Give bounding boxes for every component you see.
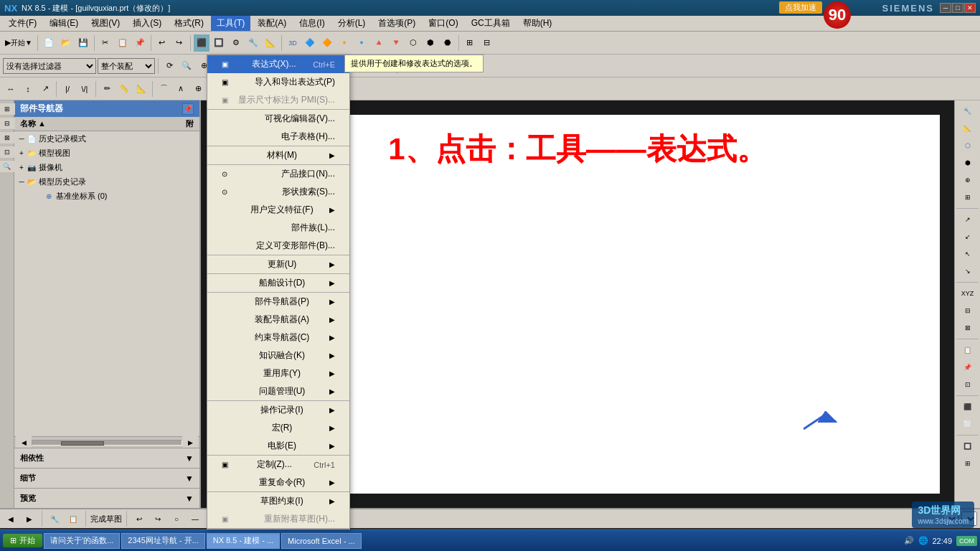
tb-3d8[interactable]: ⬡ bbox=[405, 34, 421, 52]
status-btn7[interactable]: ○ bbox=[169, 511, 184, 527]
tb-feature2[interactable]: 🔲 bbox=[211, 34, 227, 52]
tb3-orient2[interactable]: ↕ bbox=[20, 80, 36, 98]
menu-item-reuse-lib[interactable]: 重用库(Y) ▶ bbox=[207, 364, 349, 382]
menu-item-update[interactable]: 更新(U) ▶ bbox=[207, 255, 349, 273]
menu-item-repeat-cmd[interactable]: 重复命令(R) ▶ bbox=[207, 474, 349, 491]
rt-btn3[interactable]: ⬡ bbox=[957, 138, 979, 154]
panel-relativity-arrow[interactable]: ▼ bbox=[185, 453, 194, 463]
close-button[interactable]: ✕ bbox=[964, 3, 976, 13]
left-side-btn2[interactable]: ⊟ bbox=[0, 118, 15, 129]
taskbar-item-3[interactable]: NX 8.5 - 建模 - ... bbox=[207, 533, 280, 549]
menu-analysis[interactable]: 分析(L) bbox=[332, 16, 372, 31]
menu-item-part-nav[interactable]: 部件导航器(P) ▶ bbox=[207, 293, 349, 311]
status-btn6[interactable]: ↪ bbox=[150, 511, 166, 527]
rt-btn18[interactable]: ⬜ bbox=[957, 416, 979, 432]
tb-3d1[interactable]: 3D bbox=[285, 34, 301, 52]
left-side-btn1[interactable]: ⊞ bbox=[0, 103, 15, 115]
tb-3d7[interactable]: 🔻 bbox=[388, 34, 404, 52]
menu-item-sketch-constraint[interactable]: 草图约束(I) ▶ bbox=[207, 492, 349, 510]
tb-new[interactable]: 📄 bbox=[41, 34, 57, 52]
menu-item-material[interactable]: 材料(M) ▶ bbox=[207, 146, 349, 164]
tb3-snap2[interactable]: \/| bbox=[77, 80, 93, 98]
panel-detail-arrow[interactable]: ▼ bbox=[185, 474, 194, 484]
rt-btn5[interactable]: ⊕ bbox=[957, 172, 979, 188]
tree-item-history[interactable]: ─ 📄 历史记录模式 bbox=[14, 131, 199, 146]
menu-gc[interactable]: GC工具箱 bbox=[466, 16, 516, 31]
tb-copy[interactable]: 📋 bbox=[115, 34, 131, 52]
rt-btn11[interactable]: XYZ bbox=[957, 286, 979, 301]
tb3-shape1[interactable]: ⌒ bbox=[156, 80, 171, 98]
rt-btn17[interactable]: ⬛ bbox=[957, 399, 979, 415]
tree-item-camera[interactable]: + 📷 摄像机 bbox=[14, 160, 199, 174]
tb-misc1[interactable]: ⊞ bbox=[462, 34, 478, 52]
tb-redo[interactable]: ↪ bbox=[171, 34, 187, 52]
rt-btn7[interactable]: ↗ bbox=[957, 212, 979, 227]
tb2-more3[interactable]: 🔑 bbox=[361, 57, 377, 75]
menu-item-issue-mgmt[interactable]: 问题管理(U) ▶ bbox=[207, 382, 349, 400]
tb-start[interactable]: ▶ 开始▼ bbox=[3, 34, 34, 52]
tb-feature4[interactable]: 🔧 bbox=[245, 34, 261, 52]
menu-item-customize[interactable]: ▣ 定制(Z)... Ctrl+1 bbox=[207, 456, 349, 474]
taskbar-item-4[interactable]: Microsoft Excel - ... bbox=[281, 533, 362, 549]
tb3-draw3[interactable]: 📐 bbox=[133, 80, 149, 98]
status-btn2[interactable]: ▶ bbox=[22, 511, 37, 527]
menu-item-product-iface[interactable]: ⊙ 产品接口(N)... bbox=[207, 165, 349, 183]
tb-feature1[interactable]: ⬛ bbox=[194, 34, 209, 52]
menu-item-import-expr[interactable]: ▣ 导入和导出表达式(P) bbox=[207, 73, 349, 91]
menu-item-knowledge[interactable]: 知识融合(K) ▶ bbox=[207, 347, 349, 364]
tb2-btn2[interactable]: 🔍 bbox=[179, 57, 194, 75]
tb2-layer2[interactable]: ⊟ bbox=[418, 57, 433, 75]
menu-item-vis-editor[interactable]: 可视化编辑器(V)... bbox=[207, 110, 349, 128]
menu-item-part-family[interactable]: 部件族(L)... bbox=[207, 219, 349, 237]
tb-feature3[interactable]: ⚙ bbox=[228, 34, 244, 52]
expand-model-history[interactable]: ─ bbox=[17, 177, 26, 186]
tb-undo[interactable]: ↩ bbox=[154, 34, 170, 52]
tb3-shape3[interactable]: ⊕ bbox=[190, 80, 206, 98]
tb-feature5[interactable]: 📐 bbox=[263, 34, 278, 52]
rt-btn19[interactable]: 🔲 bbox=[957, 438, 979, 454]
expand-model-views[interactable]: + bbox=[17, 149, 26, 157]
tools-dropdown-menu[interactable]: ▣ 表达式(X)... Ctrl+E ▣ 导入和导出表达式(P) ▣ 显示尺寸标… bbox=[207, 55, 350, 529]
rt-btn9[interactable]: ↖ bbox=[957, 246, 979, 262]
expand-history[interactable]: ─ bbox=[17, 134, 26, 143]
rt-btn6[interactable]: ⊞ bbox=[957, 189, 979, 205]
panel-preview-arrow[interactable]: ▼ bbox=[185, 494, 194, 504]
tb-3d6[interactable]: 🔺 bbox=[371, 34, 387, 52]
left-side-btn3[interactable]: ⊠ bbox=[0, 132, 15, 143]
tb-paste[interactable]: 📌 bbox=[132, 34, 148, 52]
status-btn4[interactable]: 📋 bbox=[65, 511, 81, 527]
status-btn3[interactable]: 🔧 bbox=[47, 511, 62, 527]
rt-btn12[interactable]: ⊟ bbox=[957, 303, 979, 319]
add-speed-button[interactable]: 点我加速 bbox=[779, 1, 822, 14]
rt-btn8[interactable]: ↙ bbox=[957, 229, 979, 245]
assembly-select[interactable]: 整个装配 bbox=[98, 58, 155, 74]
tray-icon-2[interactable]: 🌐 bbox=[918, 535, 929, 547]
tree-item-model-views[interactable]: + 📁 模型视图 bbox=[14, 146, 199, 160]
rt-btn16[interactable]: ⊡ bbox=[957, 377, 979, 392]
tree-item-model-history[interactable]: ─ 📂 模型历史记录 bbox=[14, 174, 199, 189]
tb3-snap1[interactable]: |/ bbox=[60, 80, 75, 98]
taskbar-item-1[interactable]: 请问关于'的函数... bbox=[44, 533, 120, 549]
tb2-more4[interactable]: 🌐 bbox=[378, 57, 394, 75]
menu-item-assemble-nav[interactable]: 装配导航器(A) ▶ bbox=[207, 311, 349, 329]
menu-item-shape-search[interactable]: ⊙ 形状搜索(S)... bbox=[207, 183, 349, 201]
menu-item-movie[interactable]: 电影(E) ▶ bbox=[207, 437, 349, 455]
tb2-layer4[interactable]: ⊡ bbox=[452, 57, 468, 75]
rt-btn2[interactable]: 📐 bbox=[957, 121, 979, 136]
menu-item-user-defined[interactable]: 用户定义特征(F) ▶ bbox=[207, 201, 349, 219]
rt-btn15[interactable]: 📌 bbox=[957, 359, 979, 375]
menu-prefs[interactable]: 首选项(P) bbox=[372, 16, 421, 31]
menu-item-constraint-nav[interactable]: 约束导航器(C) ▶ bbox=[207, 329, 349, 347]
tb-misc2[interactable]: ⊟ bbox=[479, 34, 495, 52]
tb-3d9[interactable]: ⬢ bbox=[423, 34, 438, 52]
tb-3d5[interactable]: 🔹 bbox=[354, 34, 369, 52]
tb-3d3[interactable]: 🔶 bbox=[319, 34, 335, 52]
menu-item-op-record[interactable]: 操作记录(I) ▶ bbox=[207, 401, 349, 419]
left-side-btn5[interactable]: 🔍 bbox=[0, 161, 15, 172]
status-btn8[interactable]: — bbox=[187, 511, 203, 527]
menu-insert[interactable]: 插入(S) bbox=[127, 16, 167, 31]
tb2-btn1[interactable]: ⟳ bbox=[161, 57, 177, 75]
left-side-btn4[interactable]: ⊡ bbox=[0, 146, 15, 158]
expand-camera[interactable]: + bbox=[17, 163, 26, 171]
expand-datum[interactable] bbox=[34, 192, 43, 200]
